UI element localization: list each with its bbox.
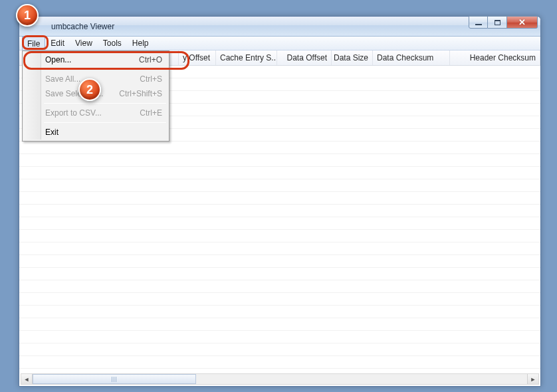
app-window: umbcache Viewer ✕ File Edit View Tools H… — [19, 16, 541, 387]
table-row — [19, 268, 540, 280]
close-icon: ✕ — [518, 18, 526, 27]
menu-item-export-csv: Export to CSV... Ctrl+E — [24, 106, 167, 120]
table-row — [19, 192, 540, 205]
scroll-left-button[interactable]: ◄ — [21, 374, 33, 384]
minimize-button[interactable] — [469, 16, 488, 29]
shortcut-label: Ctrl+E — [140, 108, 162, 118]
table-row — [19, 293, 540, 306]
minimize-icon — [475, 24, 482, 25]
horizontal-scrollbar[interactable]: ◄ ► — [21, 373, 539, 385]
table-row — [19, 280, 540, 293]
maximize-icon — [495, 20, 501, 25]
table-row — [19, 243, 540, 255]
menu-edit[interactable]: Edit — [45, 37, 70, 50]
table-row — [19, 343, 540, 356]
column-header[interactable]: Data Offset — [277, 50, 332, 65]
grip-icon — [112, 377, 116, 382]
column-header[interactable]: Header Checksum — [450, 50, 540, 65]
column-header[interactable]: Data Checksum — [373, 50, 450, 65]
menu-item-open[interactable]: Open... Ctrl+O — [24, 52, 167, 67]
annotation-badge-2: 2 — [78, 78, 101, 101]
close-button[interactable]: ✕ — [507, 16, 538, 29]
table-row — [19, 356, 540, 369]
scroll-thumb[interactable] — [33, 374, 196, 384]
shortcut-label: Ctrl+Shift+S — [119, 89, 162, 98]
chevron-right-icon: ► — [530, 376, 536, 383]
table-row — [19, 142, 540, 154]
shortcut-label: Ctrl+S — [140, 74, 162, 84]
scroll-right-button[interactable]: ► — [527, 374, 538, 384]
menu-separator — [44, 69, 166, 70]
shortcut-label: Ctrl+O — [139, 55, 162, 64]
menu-file[interactable]: File — [22, 37, 45, 50]
menu-help[interactable]: Help — [127, 37, 154, 50]
table-row — [19, 331, 540, 343]
menu-separator — [44, 122, 166, 123]
window-controls: ✕ — [469, 17, 538, 36]
annotation-badge-1: 1 — [16, 4, 39, 27]
scroll-track[interactable] — [33, 374, 527, 384]
column-header[interactable]: Data Size — [332, 50, 373, 65]
chevron-left-icon: ◄ — [24, 376, 30, 383]
table-row — [19, 306, 540, 318]
menu-separator — [44, 103, 166, 104]
table-row — [19, 230, 540, 243]
table-row — [19, 318, 540, 331]
menu-tools[interactable]: Tools — [98, 37, 127, 50]
column-header[interactable]: Cache Entry S... — [216, 50, 277, 65]
table-row — [19, 205, 540, 217]
table-row — [19, 179, 540, 192]
menubar: File Edit View Tools Help — [19, 37, 540, 50]
window-title: umbcache Viewer — [26, 22, 469, 31]
table-row — [19, 255, 540, 268]
maximize-button[interactable] — [488, 16, 507, 29]
menu-item-exit[interactable]: Exit — [24, 125, 167, 140]
table-row — [19, 217, 540, 230]
table-row — [19, 167, 540, 179]
menu-view[interactable]: View — [70, 37, 98, 50]
column-header[interactable]: y Offset — [179, 50, 216, 65]
table-row — [19, 154, 540, 167]
titlebar[interactable]: umbcache Viewer ✕ — [19, 17, 540, 37]
